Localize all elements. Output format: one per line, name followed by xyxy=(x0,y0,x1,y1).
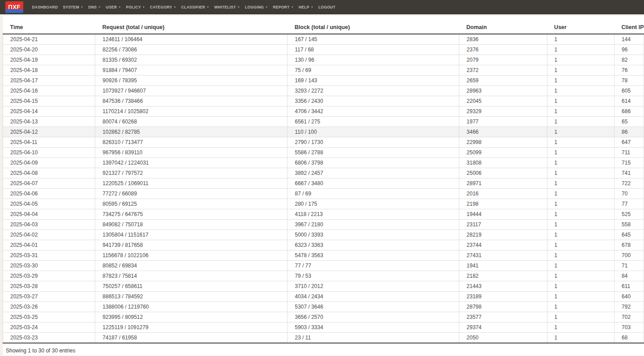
chevron-down-icon: ▼ xyxy=(98,0,101,14)
table-row[interactable]: 2025-03-2374187 / 6195823 / 112050168 xyxy=(3,333,644,343)
table-cell: 86 xyxy=(614,127,644,137)
nav-item-label: WHITELIST xyxy=(214,5,236,9)
table-cell: 5307 / 3646 xyxy=(288,302,459,312)
table-cell: 886513 / 784592 xyxy=(95,292,288,302)
table-cell: 28219 xyxy=(459,230,547,240)
table-cell: 2025-04-06 xyxy=(3,189,95,199)
table-cell: 4034 / 2434 xyxy=(288,292,459,302)
table-cell: 1220525 / 1069011 xyxy=(95,178,288,189)
table-cell: 280 / 175 xyxy=(288,199,459,209)
table-cell: 102862 / 82785 xyxy=(95,127,288,137)
table-cell: 1 xyxy=(547,158,614,168)
table-row[interactable]: 2025-04-11826310 / 7134772790 / 17302299… xyxy=(3,137,644,148)
table-cell: 6667 / 3480 xyxy=(288,178,459,189)
table-row[interactable]: 2025-04-10967956 / 8391105586 / 27882509… xyxy=(3,148,644,158)
table-row[interactable]: 2025-03-27886513 / 7845924034 / 24342318… xyxy=(3,292,644,302)
table-row[interactable]: 2025-03-261388006 / 12197605307 / 364628… xyxy=(3,302,644,312)
table-cell: 3967 / 2180 xyxy=(288,220,459,230)
table-cell: 6561 / 275 xyxy=(288,117,459,127)
table-row[interactable]: 2025-04-08921327 / 7975723892 / 24572500… xyxy=(3,168,644,178)
table-row[interactable]: 2025-04-04734275 / 6476754118 / 22131944… xyxy=(3,209,644,220)
table-row[interactable]: 2025-03-311156678 / 10221065478 / 356327… xyxy=(3,250,644,261)
table-cell: 645 xyxy=(614,230,644,240)
table-row[interactable]: 2025-04-1380074 / 602686561 / 2751977165 xyxy=(3,117,644,127)
column-header-time[interactable]: Time xyxy=(3,21,95,34)
table-row[interactable]: 2025-03-3080852 / 6983477 / 771941171 xyxy=(3,261,644,271)
table-row[interactable]: 2025-04-12102862 / 82785110 / 1003466186 xyxy=(3,127,644,137)
table-cell: 2025-04-05 xyxy=(3,199,95,209)
column-header-block[interactable]: Block (total / unique) xyxy=(288,21,459,34)
table-cell: 1 xyxy=(547,65,614,76)
table-row[interactable]: 2025-04-0580595 / 69125280 / 1752198177 xyxy=(3,199,644,209)
nav-item-classifier[interactable]: CLASSIFIER▼ xyxy=(179,0,212,14)
table-row[interactable]: 2025-03-25923995 / 8095123656 / 25702357… xyxy=(3,312,644,322)
table-cell: 77 xyxy=(614,199,644,209)
table-cell: 3466 xyxy=(459,127,547,137)
table-cell: 1 xyxy=(547,209,614,220)
nav-item-logout[interactable]: LOGOUT xyxy=(316,0,338,14)
table-row[interactable]: 2025-04-21124611 / 106464167 / 145283611… xyxy=(3,34,644,45)
table-cell: 1 xyxy=(547,302,614,312)
table-row[interactable]: 2025-04-021305804 / 11516175000 / 339328… xyxy=(3,230,644,240)
table-cell: 1 xyxy=(547,45,614,55)
chevron-down-icon: ▼ xyxy=(291,0,294,14)
table-row[interactable]: 2025-04-03849082 / 7507183967 / 21802311… xyxy=(3,220,644,230)
table-row[interactable]: 2025-03-2987823 / 7581479 / 532182184 xyxy=(3,271,644,281)
table-cell: 1305804 / 1151617 xyxy=(95,230,288,240)
column-header-user[interactable]: User xyxy=(547,21,614,34)
nav-item-dns[interactable]: DNS▼ xyxy=(86,0,103,14)
chevron-down-icon: ▼ xyxy=(207,0,209,14)
table-cell: 28971 xyxy=(459,178,547,189)
table-row[interactable]: 2025-04-091397042 / 12240316806 / 379831… xyxy=(3,158,644,168)
table-cell: 23577 xyxy=(459,312,547,322)
nav-item-label: CLASSIFIER xyxy=(181,5,205,9)
nav-item-report[interactable]: REPORT▼ xyxy=(271,0,296,14)
table-cell: 1 xyxy=(547,96,614,106)
column-header-domain[interactable]: Domain xyxy=(459,21,547,34)
nav-item-dashboard[interactable]: DASHBOARD xyxy=(30,0,60,14)
column-header-client[interactable]: Client IP xyxy=(614,21,644,34)
table-cell: 1225119 / 1091279 xyxy=(95,322,288,333)
table-row[interactable]: 2025-04-1891884 / 7940775 / 692372176 xyxy=(3,65,644,76)
nav-item-system[interactable]: SYSTEM▼ xyxy=(60,0,86,14)
nav-item-user[interactable]: USER▼ xyxy=(103,0,123,14)
chevron-down-icon: ▼ xyxy=(80,0,83,14)
nav-item-help[interactable]: HELP▼ xyxy=(296,0,316,14)
table-row[interactable]: 2025-03-28750257 / 6586113710 / 20122144… xyxy=(3,281,644,292)
table-row[interactable]: 2025-04-1981335 / 69302130 / 962079182 xyxy=(3,55,644,65)
table-cell: 2025-03-24 xyxy=(3,322,95,333)
nav-item-logging[interactable]: LOGGING▼ xyxy=(242,0,271,14)
table-row[interactable]: 2025-04-01941739 / 8176586323 / 33632374… xyxy=(3,240,644,250)
table-cell: 25006 xyxy=(459,168,547,178)
table-cell: 700 xyxy=(614,250,644,261)
table-cell: 2025-04-20 xyxy=(3,45,95,55)
nav-item-category[interactable]: CATEGORY▼ xyxy=(148,0,179,14)
table-row[interactable]: 2025-04-161073927 / 9466073293 / 2272289… xyxy=(3,86,644,96)
table-cell: 65 xyxy=(614,117,644,127)
table-cell: 722 xyxy=(614,178,644,189)
nav-item-whitelist[interactable]: WHITELIST▼ xyxy=(212,0,243,14)
nav-item-policy[interactable]: POLICY▼ xyxy=(123,0,148,14)
table-row[interactable]: 2025-04-141170214 / 10258024706 / 344229… xyxy=(3,106,644,117)
table-row[interactable]: 2025-04-15847536 / 7384663356 / 24302204… xyxy=(3,96,644,106)
table-cell: 2025-04-15 xyxy=(3,96,95,106)
app-logo[interactable]: ΠXF xyxy=(5,1,23,13)
table-row[interactable]: 2025-04-2082256 / 73086117 / 682376196 xyxy=(3,45,644,55)
table-cell: 25099 xyxy=(459,148,547,158)
table-cell: 605 xyxy=(614,86,644,96)
table-cell: 78 xyxy=(614,76,644,86)
table-row[interactable]: 2025-04-0677272 / 6608987 / 692016170 xyxy=(3,189,644,199)
table-cell: 2025-04-03 xyxy=(3,220,95,230)
table-row[interactable]: 2025-04-071220525 / 10690116667 / 348028… xyxy=(3,178,644,189)
table-cell: 1073927 / 946607 xyxy=(95,86,288,96)
table-cell: 90926 / 78395 xyxy=(95,76,288,86)
table-cell: 1 xyxy=(547,76,614,86)
table-row[interactable]: 2025-03-241225119 / 10912795903 / 333429… xyxy=(3,322,644,333)
table-cell: 1 xyxy=(547,178,614,189)
column-header-request[interactable]: Request (total / unique) xyxy=(95,21,288,34)
table-cell: 849082 / 750718 xyxy=(95,220,288,230)
table-cell: 711 xyxy=(614,148,644,158)
table-cell: 21443 xyxy=(459,281,547,292)
table-cell: 2025-04-13 xyxy=(3,117,95,127)
table-row[interactable]: 2025-04-1790926 / 78395169 / 1432659178 xyxy=(3,76,644,86)
